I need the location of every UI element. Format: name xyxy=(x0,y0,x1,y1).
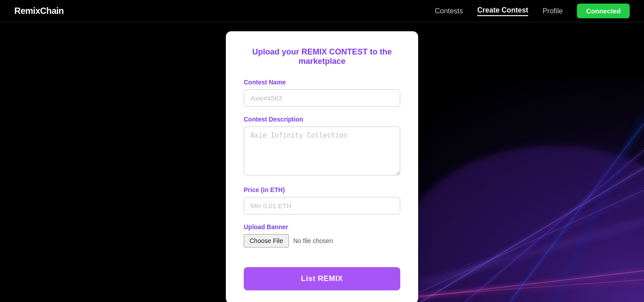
choose-file-button[interactable]: Choose File xyxy=(244,234,289,247)
price-group: Price (in ETH) xyxy=(244,186,400,214)
file-upload-row: Choose File No file chosen xyxy=(244,234,400,247)
upload-banner-label: Upload Banner xyxy=(244,223,400,231)
contest-name-label: Contest Name xyxy=(244,79,400,86)
contest-description-group: Contest Description xyxy=(244,116,400,177)
contest-description-textarea[interactable] xyxy=(244,126,400,176)
submit-button[interactable]: List REMIX xyxy=(244,267,400,290)
price-input[interactable] xyxy=(244,197,400,214)
contest-name-input[interactable] xyxy=(244,89,400,107)
nav-create-contest[interactable]: Create Contest xyxy=(477,6,528,16)
brand-logo: RemixChain xyxy=(14,6,64,16)
main-content: Upload your REMIX CONTEST to the marketp… xyxy=(0,22,644,302)
contest-description-label: Contest Description xyxy=(244,116,400,123)
upload-banner-group: Upload Banner Choose File No file chosen xyxy=(244,223,400,247)
price-label: Price (in ETH) xyxy=(244,186,400,193)
nav-profile[interactable]: Profile xyxy=(542,7,563,15)
nav-contests[interactable]: Contests xyxy=(435,7,463,15)
navbar: RemixChain Contests Create Contest Profi… xyxy=(0,0,644,22)
form-title: Upload your REMIX CONTEST to the marketp… xyxy=(244,47,400,66)
contest-name-group: Contest Name xyxy=(244,79,400,107)
no-file-text: No file chosen xyxy=(293,237,333,244)
form-card: Upload your REMIX CONTEST to the marketp… xyxy=(226,31,418,302)
navbar-links: Contests Create Contest Profile Connecte… xyxy=(435,4,630,18)
connected-button[interactable]: Connected xyxy=(577,4,630,18)
